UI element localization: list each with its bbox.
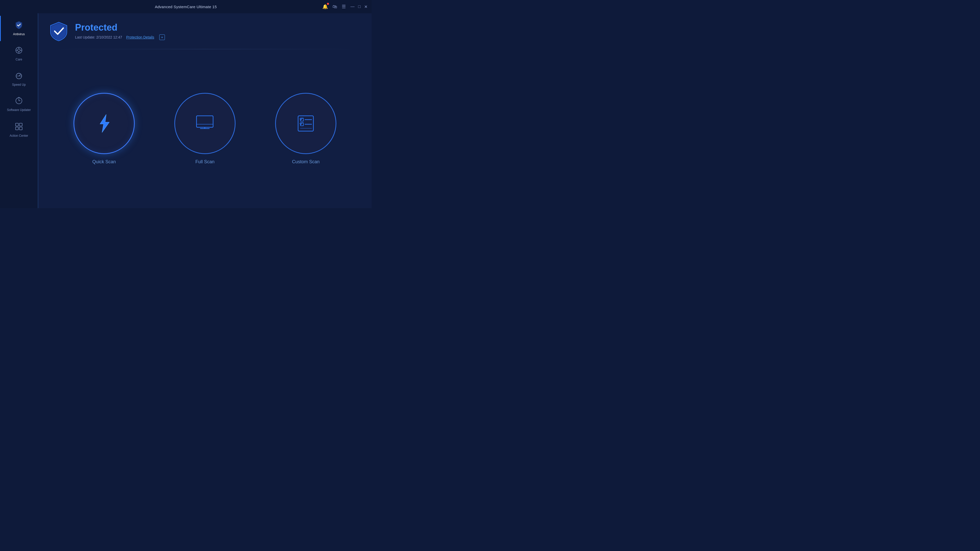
- titlebar: Advanced SystemCare Ultimate 15 🔔 🛍 ☰ — …: [0, 0, 372, 13]
- svg-rect-11: [19, 123, 22, 126]
- quick-scan-label: Quick Scan: [92, 159, 116, 165]
- scan-buttons: Quick Scan Full Scan: [48, 57, 361, 200]
- svg-line-7: [19, 75, 21, 76]
- status-info: Protected Last Update: 2/10/2022 12:47 P…: [75, 22, 165, 40]
- quick-scan-circle: [73, 93, 135, 154]
- close-button[interactable]: ✕: [364, 4, 368, 9]
- sidebar-item-speedup[interactable]: Speed Up: [0, 66, 38, 92]
- full-scan-circle: [174, 93, 235, 154]
- custom-scan-label: Custom Scan: [292, 159, 320, 165]
- antivirus-icon: [15, 21, 23, 30]
- software-updater-icon: [15, 97, 23, 106]
- last-update-text: Last Update: 2/10/2022 12:47: [75, 35, 122, 39]
- svg-point-1: [18, 49, 20, 52]
- custom-scan-button[interactable]: Custom Scan: [275, 93, 336, 165]
- plus-button[interactable]: +: [159, 35, 165, 40]
- quick-scan-button[interactable]: Quick Scan: [73, 93, 135, 165]
- action-center-icon: [15, 122, 23, 132]
- sidebar-item-action-center[interactable]: Action Center: [0, 118, 38, 143]
- content-area: Protected Last Update: 2/10/2022 12:47 P…: [38, 13, 372, 208]
- sidebar-speedup-label: Speed Up: [12, 83, 25, 86]
- menu-icon[interactable]: ☰: [342, 4, 346, 10]
- sidebar-care-label: Care: [16, 58, 22, 61]
- custom-scan-circle: [275, 93, 336, 154]
- sidebar-action-center-label: Action Center: [10, 134, 28, 138]
- status-header: Protected Last Update: 2/10/2022 12:47 P…: [48, 21, 361, 41]
- sidebar-item-antivirus[interactable]: Antivirus: [0, 16, 38, 41]
- notification-icon[interactable]: 🔔: [322, 4, 328, 10]
- maximize-button[interactable]: □: [358, 4, 361, 9]
- window-controls: — □ ✕: [350, 4, 368, 9]
- full-scan-button[interactable]: Full Scan: [174, 93, 235, 165]
- sidebar-software-updater-label: Software Updater: [7, 108, 30, 112]
- svg-rect-12: [16, 127, 18, 130]
- shield-container: [48, 21, 69, 41]
- full-scan-label: Full Scan: [195, 159, 215, 165]
- main-layout: Antivirus Care: [0, 13, 372, 208]
- svg-rect-10: [16, 123, 18, 126]
- sidebar-item-care[interactable]: Care: [0, 41, 38, 66]
- sidebar-item-software-updater[interactable]: Software Updater: [0, 92, 38, 118]
- sidebar: Antivirus Care: [0, 13, 38, 208]
- sidebar-antivirus-label: Antivirus: [13, 32, 25, 36]
- speedup-icon: [15, 71, 23, 81]
- status-subtitle: Last Update: 2/10/2022 12:47 Protection …: [75, 35, 165, 40]
- titlebar-right: 🔔 🛍 ☰ — □ ✕: [337, 4, 368, 10]
- minimize-button[interactable]: —: [350, 4, 355, 9]
- care-icon: [15, 46, 23, 56]
- purchase-icon[interactable]: 🛍: [332, 4, 337, 10]
- status-title: Protected: [75, 22, 165, 33]
- app-title: Advanced SystemCare Ultimate 15: [35, 5, 337, 9]
- svg-rect-13: [19, 127, 22, 130]
- protection-details-link[interactable]: Protection Details: [126, 35, 154, 39]
- svg-rect-14: [197, 116, 213, 127]
